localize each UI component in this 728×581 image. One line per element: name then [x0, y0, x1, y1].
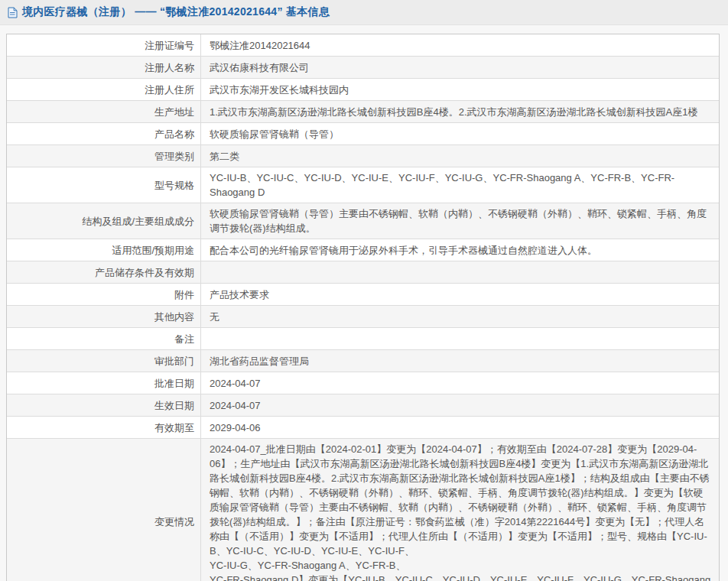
row-label: 备注	[7, 328, 201, 349]
row-value: YC-IU-B、YC-IU-C、YC-IU-D、YC-IU-E、YC-IU-F、…	[201, 167, 719, 203]
page-title: 境内医疗器械（注册） —— “鄂械注准20142021644” 基本信息	[22, 5, 330, 19]
row-value: 2029-04-06	[201, 417, 719, 438]
table-row-product-name: 产品名称 软硬质输尿管肾镜鞘（导管）	[7, 122, 719, 144]
row-label: 注册人住所	[7, 79, 201, 100]
row-value: 软硬质输尿管肾镜鞘（导管）	[201, 123, 719, 144]
row-label: 其他内容	[7, 306, 201, 327]
row-label: 附件	[7, 284, 201, 305]
header-band: 境内医疗器械（注册） —— “鄂械注准20142021644” 基本信息	[0, 0, 728, 25]
table-row-intended-use: 适用范围/预期用途 配合本公司的光纤输尿管肾镜用于泌尿外科手术，引导手术器械通过…	[7, 239, 719, 261]
row-value: 第二类	[201, 145, 719, 167]
registration-info-table: 注册证编号 鄂械注准20142021644 注册人名称 武汉佑康科技有限公司 注…	[6, 34, 720, 581]
row-value: 软硬质输尿管肾镜鞘（导管）主要由不锈钢帽、软鞘（内鞘）、不锈钢硬鞘（外鞘）、鞘环…	[201, 203, 719, 239]
row-label: 批准日期	[7, 372, 201, 394]
row-label: 审批部门	[7, 350, 201, 372]
row-label: 适用范围/预期用途	[7, 239, 201, 261]
row-label: 变更情况	[7, 439, 201, 581]
row-label: 产品储存条件及有效期	[7, 261, 201, 283]
table-row-approval-date: 批准日期 2024-04-07	[7, 372, 719, 394]
table-row-attachment: 附件 产品技术要求	[7, 283, 719, 305]
change-history-text: 2024-04-07_批准日期由【2024-02-01】变更为【2024-04-…	[210, 442, 711, 581]
row-label: 管理类别	[7, 145, 201, 167]
row-value: 湖北省药品监督管理局	[201, 350, 719, 372]
row-label: 结构及组成/主要组成成分	[7, 203, 201, 239]
document-icon	[8, 7, 18, 18]
row-value: 1.武汉市东湖高新区汤逊湖北路长城创新科技园B座4楼。2.武汉市东湖高新区汤逊湖…	[201, 101, 719, 122]
row-value: 无	[201, 306, 719, 327]
row-label: 注册证编号	[7, 34, 201, 56]
table-row-remarks: 备注	[7, 327, 719, 349]
row-label: 型号规格	[7, 167, 201, 203]
row-value	[201, 328, 719, 349]
row-value: 2024-04-07_批准日期由【2024-02-01】变更为【2024-04-…	[201, 439, 719, 581]
row-value: 武汉市东湖开发区长城科技园内	[201, 79, 719, 100]
table-row-expiry-date: 有效期至 2029-04-06	[7, 416, 719, 438]
row-value: 配合本公司的光纤输尿管肾镜用于泌尿外科手术，引导手术器械通过自然腔道进入人体。	[201, 239, 719, 261]
table-row-change-history: 变更情况 2024-04-07_批准日期由【2024-02-01】变更为【202…	[7, 438, 719, 581]
table-row-approval-department: 审批部门 湖北省药品监督管理局	[7, 349, 719, 372]
row-label: 生效日期	[7, 394, 201, 416]
table-row-registrant-address: 注册人住所 武汉市东湖开发区长城科技园内	[7, 78, 719, 100]
row-label: 产品名称	[7, 123, 201, 144]
row-value: 2024-04-07	[201, 394, 719, 416]
table-row-effective-date: 生效日期 2024-04-07	[7, 394, 719, 416]
row-value: 2024-04-07	[201, 372, 719, 394]
table-row-management-class: 管理类别 第二类	[7, 144, 719, 167]
row-value	[201, 261, 719, 283]
table-row-reg-number: 注册证编号 鄂械注准20142021644	[7, 34, 719, 56]
table-row-structure-composition: 结构及组成/主要组成成分 软硬质输尿管肾镜鞘（导管）主要由不锈钢帽、软鞘（内鞘）…	[7, 203, 719, 239]
row-value: 鄂械注准20142021644	[201, 34, 719, 56]
table-row-registrant-name: 注册人名称 武汉佑康科技有限公司	[7, 56, 719, 78]
page: 境内医疗器械（注册） —— “鄂械注准20142021644” 基本信息 注册证…	[0, 0, 728, 581]
row-label: 生产地址	[7, 101, 201, 122]
table-row-model-spec: 型号规格 YC-IU-B、YC-IU-C、YC-IU-D、YC-IU-E、YC-…	[7, 167, 719, 203]
row-label: 有效期至	[7, 417, 201, 438]
table-row-production-address: 生产地址 1.武汉市东湖高新区汤逊湖北路长城创新科技园B座4楼。2.武汉市东湖高…	[7, 100, 719, 122]
row-value: 武汉佑康科技有限公司	[201, 57, 719, 78]
row-label: 注册人名称	[7, 57, 201, 78]
row-value: 产品技术要求	[201, 284, 719, 305]
table-row-other-content: 其他内容 无	[7, 305, 719, 327]
table-row-storage-validity: 产品储存条件及有效期	[7, 261, 719, 283]
